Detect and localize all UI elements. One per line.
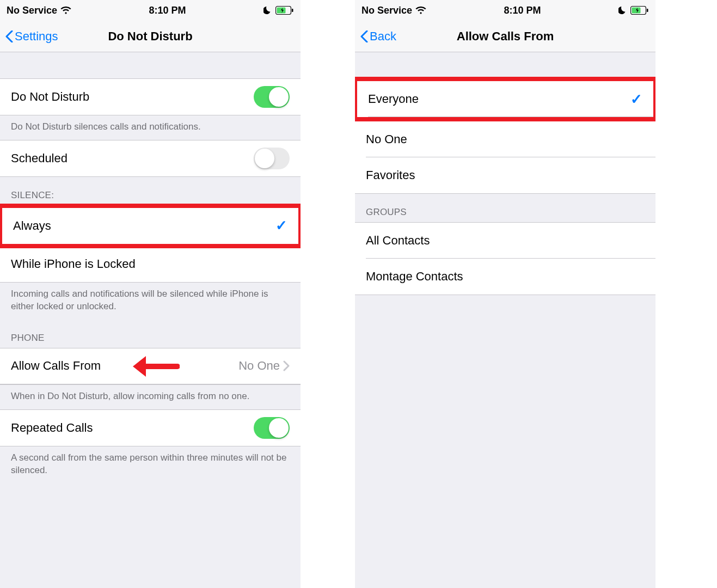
silence-option-locked[interactable]: While iPhone is Locked bbox=[0, 246, 301, 282]
dnd-label: Do Not Disturb bbox=[11, 90, 254, 104]
option-no-one[interactable]: No One bbox=[355, 121, 655, 157]
status-bar: No Service 8:10 PM bbox=[0, 0, 301, 21]
battery-icon bbox=[275, 6, 294, 15]
allow-calls-row[interactable]: Allow Calls From No One bbox=[0, 348, 301, 384]
status-time: 8:10 PM bbox=[426, 5, 618, 16]
allow-calls-group: Allow Calls From No One bbox=[0, 348, 301, 385]
back-label: Settings bbox=[15, 29, 58, 44]
nav-bar: Back Allow Calls From bbox=[355, 21, 655, 52]
dnd-row[interactable]: Do Not Disturb bbox=[0, 79, 301, 115]
status-right bbox=[263, 6, 294, 15]
right-phone-screen: No Service 8:10 PM Back Allow Calls From bbox=[355, 0, 655, 588]
status-left: No Service bbox=[361, 5, 426, 16]
group-all-contacts-label: All Contacts bbox=[366, 234, 645, 248]
back-button[interactable]: Settings bbox=[5, 29, 58, 44]
group-montage-contacts[interactable]: Montage Contacts bbox=[355, 259, 655, 295]
allow-from-group: Everyone ✓ No One Favorites bbox=[355, 78, 655, 194]
status-time: 8:10 PM bbox=[71, 5, 263, 16]
silence-header: SILENCE: bbox=[0, 177, 301, 205]
repeated-row[interactable]: Repeated Calls bbox=[0, 410, 301, 446]
option-everyone[interactable]: Everyone ✓ bbox=[357, 81, 653, 117]
repeated-footer: A second call from the same person withi… bbox=[0, 446, 301, 483]
repeated-group: Repeated Calls bbox=[0, 409, 301, 446]
option-favorites-label: Favorites bbox=[366, 168, 645, 182]
annotation-box-always: Always ✓ bbox=[0, 204, 301, 248]
option-everyone-label: Everyone bbox=[368, 92, 630, 106]
checkmark-icon: ✓ bbox=[630, 91, 642, 108]
dnd-group: Do Not Disturb bbox=[0, 78, 301, 115]
group-montage-contacts-label: Montage Contacts bbox=[366, 270, 645, 284]
option-favorites[interactable]: Favorites bbox=[355, 157, 655, 193]
groups-header: GROUPS bbox=[355, 194, 655, 222]
scheduled-toggle[interactable] bbox=[254, 148, 290, 169]
option-no-one-label: No One bbox=[366, 132, 645, 146]
chevron-left-icon bbox=[360, 30, 369, 42]
battery-icon bbox=[630, 6, 649, 15]
silence-footer: Incoming calls and notifications will be… bbox=[0, 283, 301, 320]
svg-rect-6 bbox=[647, 9, 648, 12]
phone-header: PHONE bbox=[0, 320, 301, 348]
silence-group: Always ✓ While iPhone is Locked bbox=[0, 205, 301, 283]
allow-calls-footer: When in Do Not Disturb, allow incoming c… bbox=[0, 385, 301, 409]
repeated-toggle[interactable] bbox=[254, 417, 290, 439]
moon-icon bbox=[618, 6, 627, 15]
scheduled-group: Scheduled bbox=[0, 140, 301, 177]
left-phone-screen: No Service 8:10 PM Settings Do Not Distu… bbox=[0, 0, 301, 588]
silence-always-label: Always bbox=[13, 219, 275, 233]
repeated-label: Repeated Calls bbox=[11, 421, 254, 435]
svg-rect-2 bbox=[292, 9, 293, 12]
dnd-footer: Do Not Disturb silences calls and notifi… bbox=[0, 115, 301, 140]
groups-list: All Contacts Montage Contacts bbox=[355, 222, 655, 295]
nav-bar: Settings Do Not Disturb bbox=[0, 21, 301, 52]
status-service: No Service bbox=[7, 5, 57, 16]
scheduled-row[interactable]: Scheduled bbox=[0, 140, 301, 176]
wifi-icon bbox=[415, 7, 426, 15]
spacer bbox=[355, 52, 655, 78]
scheduled-label: Scheduled bbox=[11, 151, 254, 166]
status-left: No Service bbox=[7, 5, 71, 16]
status-service: No Service bbox=[361, 5, 412, 16]
moon-icon bbox=[263, 6, 272, 15]
status-bar: No Service 8:10 PM bbox=[355, 0, 655, 21]
dnd-toggle[interactable] bbox=[254, 86, 290, 108]
allow-calls-value: No One bbox=[238, 359, 280, 373]
silence-locked-label: While iPhone is Locked bbox=[11, 257, 290, 271]
back-label: Back bbox=[370, 29, 396, 44]
allow-calls-label: Allow Calls From bbox=[11, 359, 238, 373]
spacer bbox=[0, 52, 301, 78]
chevron-left-icon bbox=[5, 30, 14, 42]
status-right bbox=[618, 6, 649, 15]
chevron-right-icon bbox=[283, 360, 290, 371]
annotation-box-everyone: Everyone ✓ bbox=[355, 77, 655, 121]
silence-option-always[interactable]: Always ✓ bbox=[2, 208, 298, 244]
back-button[interactable]: Back bbox=[360, 29, 396, 44]
group-all-contacts[interactable]: All Contacts bbox=[355, 223, 655, 259]
wifi-icon bbox=[60, 7, 71, 15]
page-title: Allow Calls From bbox=[355, 29, 655, 44]
checkmark-icon: ✓ bbox=[275, 217, 287, 234]
